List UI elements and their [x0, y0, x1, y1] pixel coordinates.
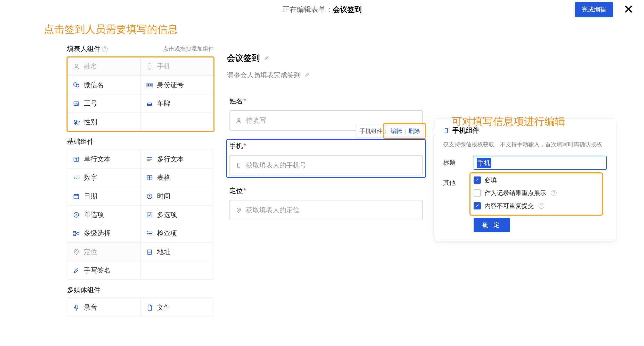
field-editor-panel: 手机组件 仅支持微信授权获取，不支持手动输入，首次填写时需确认授权 标题 手机 …	[435, 119, 615, 241]
editor-note: 仅支持微信授权获取，不支持手动输入，首次填写时需确认授权	[443, 140, 607, 149]
field-phone-label: 手机	[229, 142, 243, 150]
form-description: 请参会人员填表完成签到	[227, 71, 301, 80]
field-name-label: 姓名	[229, 97, 243, 105]
component-gender[interactable]: 性别	[67, 113, 141, 131]
pin-icon	[72, 248, 80, 256]
section-title-media: 多媒体组件	[67, 285, 101, 294]
svg-rect-36	[77, 232, 79, 234]
mic-icon	[72, 304, 80, 311]
person-icon	[236, 117, 242, 124]
pin-icon	[236, 207, 242, 213]
svg-rect-27	[74, 195, 79, 199]
component-plate[interactable]: 车牌	[141, 94, 214, 113]
checkbox-icon	[146, 211, 153, 218]
wechat-icon	[72, 81, 80, 89]
field-phone-input: 获取填表人的手机号	[229, 155, 423, 175]
component-date[interactable]: 日期	[67, 187, 141, 206]
component-number[interactable]: 123数字	[67, 168, 141, 187]
svg-rect-33	[147, 213, 152, 217]
checkbox-unique[interactable]	[474, 202, 481, 209]
radio-icon	[72, 211, 80, 218]
component-checkbox[interactable]: 多选项	[141, 206, 214, 224]
car-icon	[146, 100, 153, 107]
component-signature[interactable]: 手写签名	[67, 261, 141, 280]
edit-title-icon[interactable]	[264, 55, 270, 62]
editor-title-input[interactable]: 手机	[474, 156, 607, 170]
editor-confirm-button[interactable]: 确 定	[474, 218, 510, 232]
help-icon[interactable]: ?	[551, 190, 557, 196]
close-icon[interactable]: ✕	[623, 3, 634, 16]
component-wechat[interactable]: 微信名	[67, 76, 141, 94]
pen-icon	[72, 267, 80, 274]
svg-text:NO: NO	[75, 102, 78, 105]
component-idcard[interactable]: 身份证号	[141, 76, 214, 94]
help-icon[interactable]: ?	[102, 46, 108, 52]
component-file[interactable]: 文件	[141, 298, 214, 317]
svg-rect-47	[76, 305, 77, 308]
badge-icon: NO	[72, 100, 80, 107]
phone-icon	[236, 162, 242, 168]
section-header-media: 多媒体组件	[67, 285, 214, 294]
cascader-icon	[72, 230, 80, 237]
component-staffno[interactable]: NO 工号	[67, 94, 141, 113]
text-icon	[72, 156, 80, 163]
field-location-input: 获取填表人的定位	[229, 200, 423, 220]
file-icon	[146, 304, 153, 311]
component-phone: 手机	[141, 57, 214, 76]
form-title: 会议签到	[227, 53, 260, 64]
section-hint: 点击或拖拽添加组件	[163, 45, 214, 53]
svg-point-14	[74, 120, 77, 122]
finish-editing-button[interactable]: 完成编辑	[575, 2, 613, 17]
edit-description-icon[interactable]	[305, 72, 310, 79]
component-cascader[interactable]: 多级选择	[67, 224, 141, 243]
component-radio[interactable]: 单选项	[67, 206, 141, 224]
editor-label-title: 标题	[443, 156, 465, 167]
checkbox-required[interactable]	[474, 176, 481, 184]
svg-text:123: 123	[74, 176, 80, 180]
option-required-label: 必填	[484, 176, 497, 184]
header-form-name: 会议签到	[333, 5, 362, 13]
component-checklist[interactable]: 检查项	[141, 224, 214, 243]
component-table[interactable]: 表格	[141, 168, 214, 187]
checklist-icon	[146, 230, 153, 237]
textarea-icon	[146, 156, 153, 163]
component-address[interactable]: 地址	[141, 243, 214, 261]
field-phone-block[interactable]: 手机组件： 编辑 | 删除 手机* 获取填表人的手机号	[227, 140, 425, 177]
section-header-filler: 填表人组件? 点击或拖拽添加组件	[67, 44, 214, 53]
gender-icon	[72, 119, 80, 126]
filler-components-grid: 姓名 手机 微信名 身份证号 NO 工号 车牌	[67, 57, 214, 131]
component-empty-2	[141, 261, 214, 280]
svg-point-48	[238, 119, 240, 121]
component-text-multi[interactable]: 多行文本	[141, 150, 214, 168]
help-icon[interactable]: ?	[539, 203, 544, 209]
id-card-icon	[146, 81, 153, 89]
table-icon	[146, 174, 153, 181]
header-title: 正在编辑表单：会议签到	[282, 5, 362, 14]
popover-delete-link[interactable]: 删除	[409, 127, 420, 135]
popover-edit-link[interactable]: 编辑	[391, 127, 402, 135]
component-sidebar: 填表人组件? 点击或拖拽添加组件 姓名 手机 微信名 身份证号 NO 工号	[67, 24, 214, 346]
section-header-basic: 基础组件	[67, 137, 214, 146]
header-bar: 正在编辑表单：会议签到 完成编辑 ✕	[0, 0, 644, 19]
component-audio[interactable]: 录音	[67, 298, 141, 317]
person-icon	[72, 63, 80, 70]
component-time[interactable]: 时间	[141, 187, 214, 206]
option-unique-label: 内容不可重复提交	[484, 202, 534, 210]
field-location-label: 定位	[229, 187, 243, 195]
component-empty	[141, 113, 214, 131]
number-icon: 123	[72, 174, 80, 181]
svg-rect-35	[74, 234, 76, 235]
field-location-block[interactable]: 定位* 获取填表人的定位	[227, 185, 425, 222]
svg-point-6	[148, 84, 149, 86]
checkbox-highlight[interactable]	[474, 189, 481, 197]
svg-point-51	[238, 209, 240, 210]
field-action-popover: 手机组件： 编辑 | 删除	[356, 125, 424, 137]
phone-icon	[146, 63, 153, 70]
component-text-single[interactable]: 单行文本	[67, 150, 141, 168]
field-location-placeholder: 获取填表人的定位	[246, 206, 300, 215]
media-components-grid: 录音 文件	[67, 298, 214, 317]
phone-icon	[443, 128, 449, 134]
form-canvas: 会议签到 请参会人员填表完成签到 姓名* 待填写 手机组件： 编辑 | 删除 手…	[227, 24, 425, 346]
header-prefix: 正在编辑表单：	[282, 5, 333, 13]
svg-point-41	[76, 250, 77, 252]
